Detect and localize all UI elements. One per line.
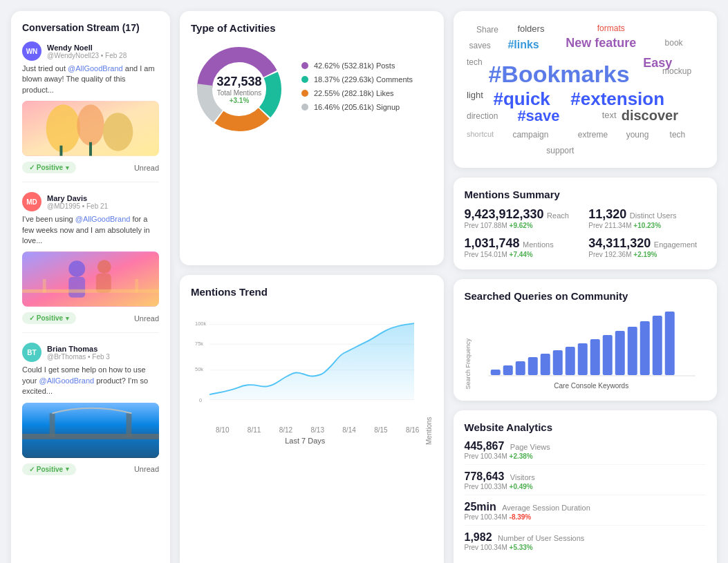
status-md: Unread [134,314,159,323]
engagement-prev: Prev 192.36M +2.19% [588,251,706,258]
session-prev: Prev 100.34M -8.39% [465,513,707,521]
mentions-summary-title: Mentions Summary [465,189,707,200]
reach-prev: Prev 107.88M +9.62% [465,222,582,229]
sentiment-badge-bt[interactable]: ✓ Positive [22,464,76,475]
wordcloud-card: Share folders formats saves #links New f… [454,11,718,168]
donut-label: Total Mentions [216,89,261,97]
conv-text-bt: Could I get some help on how to use your… [22,365,159,397]
svg-text:50k: 50k [195,366,203,372]
sentiment-badge-md[interactable]: ✓ Positive [22,312,76,324]
svg-point-1 [46,105,81,153]
wc-tech2: tech [670,130,686,140]
avatar-wn: WN [22,41,41,61]
legend-posts: 42.62% (532.81k) Posts [301,61,433,70]
engagement-label: Engagement [654,240,697,249]
users-value: 11,320 [588,207,626,221]
conv-image-md [22,251,159,307]
svg-rect-4 [59,146,62,156]
summary-distinct-users: 11,320 Distinct Users Prev 211.34M +10.2… [588,207,706,229]
summary-mentions: 1,031,748 Mentions Prev 154.01M +7.44% [465,236,582,258]
pageviews-value: 445,867 [465,440,505,452]
legend-dot-posts [301,62,308,69]
wc-newfeature: New feature [566,36,636,51]
svg-rect-34 [615,331,624,375]
wc-bookmarks: #Bookmarks [488,60,629,88]
svg-rect-38 [664,312,674,375]
conversation-item-3: BT Brian Thomas @BrThomas • Feb 3 Could … [22,343,159,483]
reach-label: Reach [547,211,569,220]
mentions-trend-card: Mentions Trend 100k 75k 50k 0 [180,275,444,564]
visitors-label: Visitors [510,473,535,481]
legend-comments: 18.37% (229.63k) Comments [301,75,433,84]
engagement-value: 34,311,320 [588,236,651,250]
svg-rect-16 [50,413,55,437]
mentions-summary-card: Mentions Summary 9,423,912,330 Reach Pre… [454,178,718,269]
svg-rect-13 [135,279,138,293]
status-wn: Unread [134,164,159,172]
conv-image-bt [22,403,159,458]
svg-rect-15 [22,433,159,439]
svg-rect-12 [43,279,46,293]
wc-save: #save [517,107,559,125]
svg-rect-35 [627,327,637,375]
svg-rect-31 [577,343,587,375]
activities-title: Type of Activities [191,22,433,34]
svg-rect-5 [89,142,92,156]
legend-dot-comments [301,76,308,83]
activities-legend: 42.62% (532.81k) Posts 18.37% (229.63k) … [301,61,433,117]
svg-rect-37 [652,316,662,375]
session-label: Average Session Duration [502,504,590,512]
pageviews-prev: Prev 100.34M +2.38% [465,452,707,460]
wc-discover: discover [622,107,678,124]
username-bt: Brian Thomas [47,345,159,353]
x-axis-title: Last 7 Days [191,437,420,445]
donut-chart: 327,538 Total Mentions +3.1% [191,41,288,137]
users-prev: Prev 211.34M +10.23% [588,222,706,229]
trend-chart-svg: 100k 75k 50k 0 [191,305,420,422]
visitors-value: 778,643 [465,470,505,482]
usersessions-label: Number of User Sessions [498,534,584,542]
svg-text:100k: 100k [195,321,207,327]
conv-text-md: I've been using @AllGoodBrand for a few … [22,214,159,246]
searched-queries-title: Searched Queries on Community [465,290,707,302]
wc-light: light [467,90,483,101]
analytics-session-duration: 25min Average Session Duration Prev 100.… [465,501,707,526]
mentions-label: Mentions [523,240,554,249]
sentiment-badge-wn[interactable]: ✓ Positive [22,162,76,173]
right-column: Share folders formats saves #links New f… [454,11,718,563]
svg-text:0: 0 [199,397,202,403]
summary-reach: 9,423,912,330 Reach Prev 107.88M +9.62% [465,207,582,229]
svg-rect-25 [503,365,512,375]
website-analytics-card: Website Analytics 445,867 Page Views Pre… [454,410,718,563]
wc-tech1: tech [467,57,483,67]
mentions-trend-title: Mentions Trend [191,286,433,298]
svg-rect-18 [22,439,159,457]
reach-value: 9,423,912,330 [465,207,544,221]
visitors-prev: Prev 100.33M +0.49% [465,483,707,490]
wc-saves: saves [469,41,490,50]
svg-text:75k: 75k [195,340,203,346]
wc-text: text [602,110,617,121]
mentions-summary-grid: 9,423,912,330 Reach Prev 107.88M +9.62% … [465,207,707,258]
legend-dot-likes [301,90,308,97]
svg-rect-28 [540,354,550,375]
avatar-md: MD [22,192,41,211]
legend-dot-signup [301,104,308,111]
wc-share: Share [476,25,498,35]
wc-young: young [626,130,649,140]
analytics-user-sessions: 1,982 Number of User Sessions Prev 100.3… [465,531,707,555]
donut-growth: +3.1% [216,97,261,104]
conversation-stream-title: Conversation Stream (17) [22,22,159,33]
conversation-stream-panel: Conversation Stream (17) WN Wendy Noell … [11,11,170,563]
svg-point-3 [103,113,133,151]
wc-mockup: mockup [662,66,691,76]
legend-signup: 16.46% (205.61k) Signup [301,103,433,111]
svg-rect-33 [602,335,612,375]
conversation-item-1: WN Wendy Noell @WendyNoell23 • Feb 28 Ju… [22,41,159,182]
svg-rect-8 [68,277,85,298]
session-value: 25min [465,501,496,513]
x-axis-labels: 8/10 8/11 8/12 8/13 8/14 8/15 8/16 [216,426,420,434]
legend-likes: 22.55% (282.18k) Likes [301,89,433,97]
mentions-prev: Prev 154.01M +7.44% [465,251,582,258]
wc-book: book [665,38,683,48]
